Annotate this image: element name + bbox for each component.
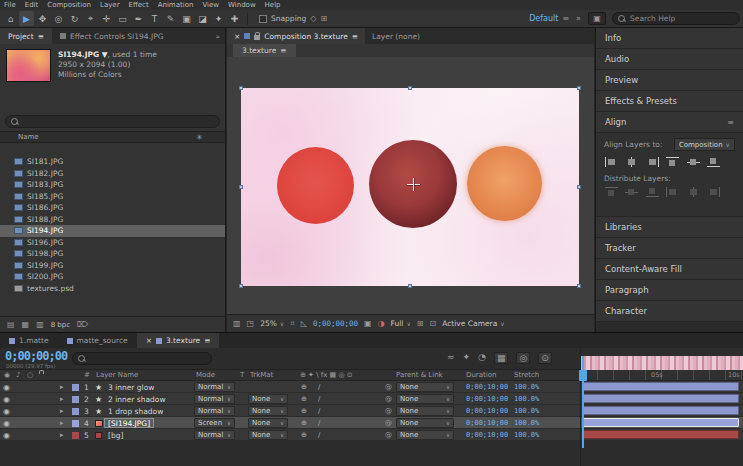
project-list-header[interactable]: Name ✳	[0, 131, 225, 143]
project-flowchart-icon[interactable]: ▤	[7, 320, 15, 329]
collapse-switch-icon[interactable]: ⊕	[301, 429, 307, 441]
time-ruler[interactable]: 05s 10s	[581, 370, 743, 381]
distribute-left-icon[interactable]	[665, 186, 680, 198]
brush-tool-icon[interactable]: ✎	[163, 11, 178, 26]
panel-tracker[interactable]: Tracker	[596, 238, 743, 259]
panel-overflow-icon[interactable]: »	[210, 28, 225, 44]
tab-1matte[interactable]: 1.matte	[0, 333, 58, 348]
menu-layer[interactable]: Layer	[100, 0, 120, 10]
zoom-tool-icon[interactable]: ◎	[51, 11, 66, 26]
panel-align[interactable]: Align≡	[596, 112, 743, 133]
layer-bar[interactable]	[582, 430, 739, 439]
orange-circle-layer[interactable]	[467, 146, 542, 221]
layer-row-2[interactable]: ◉ ▸ 2 ★ 2 inner shadow Normal∨ None∨ ⊕ /…	[0, 393, 580, 405]
track-matte-dropdown[interactable]: None∨	[248, 406, 288, 416]
layer-bar[interactable]	[582, 382, 739, 391]
track-matte-dropdown[interactable]: None∨	[248, 430, 288, 440]
file-row-selected[interactable]: SI194.JPG	[0, 225, 225, 237]
distribute-vertical-center-icon[interactable]	[624, 186, 639, 198]
align-top-icon[interactable]	[665, 156, 680, 168]
distribute-top-icon[interactable]	[604, 186, 619, 198]
parent-dropdown[interactable]: None∨	[396, 430, 454, 440]
expand-arrow-icon[interactable]: ▸	[60, 429, 64, 441]
mode-column-header[interactable]: Mode	[196, 371, 215, 379]
file-row[interactable]: SI198.JPG	[0, 248, 225, 260]
layer-stretch[interactable]: 100.0%	[514, 429, 539, 441]
type-tool-icon[interactable]: T	[147, 11, 162, 26]
file-row[interactable]: SI183.JPG	[0, 179, 225, 191]
pen-tool-icon[interactable]: ✒	[131, 11, 146, 26]
panel-effects-presets[interactable]: Effects & Presets	[596, 91, 743, 112]
current-time-indicator-handle[interactable]	[579, 370, 587, 381]
panel-libraries[interactable]: Libraries	[596, 217, 743, 238]
layer-name[interactable]: 3 inner glow	[108, 381, 154, 393]
parent-dropdown[interactable]: None∨	[396, 418, 454, 428]
selection-tool-icon[interactable]: ▶	[19, 11, 34, 26]
magnification-dropdown[interactable]: 25%∨	[260, 319, 284, 328]
file-row[interactable]: SI199.JPG	[0, 260, 225, 272]
layer-handle[interactable]	[577, 185, 581, 189]
menu-effect[interactable]: Effect	[129, 0, 149, 10]
track-row-selected[interactable]	[581, 417, 743, 429]
layer-row-3[interactable]: ◉ ▸ 3 ★ 1 drop shadow Normal∨ None∨ ⊕ / …	[0, 405, 580, 417]
region-of-interest-icon[interactable]: ⊞	[417, 319, 424, 328]
timeline-navigator-strip[interactable]	[581, 356, 743, 370]
visibility-toggle-icon[interactable]: ◉	[3, 405, 10, 417]
label-color-swatch[interactable]	[72, 432, 79, 439]
quality-switch-icon[interactable]: /	[318, 405, 320, 417]
new-folder-icon[interactable]: ▦	[22, 320, 30, 329]
trkmat-t-column-header[interactable]: T	[240, 371, 244, 379]
panel-menu-icon[interactable]: ≡	[204, 336, 210, 345]
distribute-bottom-icon[interactable]	[645, 186, 660, 198]
quality-switch-icon[interactable]: /	[318, 381, 320, 393]
layer-handle[interactable]	[239, 284, 243, 288]
file-row[interactable]: SI181.JPG	[0, 156, 225, 168]
file-row[interactable]: textures.psd	[0, 283, 225, 295]
grid-guides-icon[interactable]: ⌗	[290, 319, 295, 329]
close-icon[interactable]: ×	[234, 32, 240, 41]
snap-option-icon[interactable]: ◇	[310, 14, 316, 23]
parent-dropdown[interactable]: None∨	[396, 406, 454, 416]
pickwhip-icon[interactable]: @	[385, 405, 392, 417]
current-timecode[interactable]: 0;00;00;00	[5, 349, 67, 363]
expand-arrow-icon[interactable]: ▸	[60, 417, 64, 429]
tab-project[interactable]: Project ≡	[0, 28, 52, 44]
footage-name[interactable]: SI194.JPG ▼	[58, 50, 108, 59]
track-matte-dropdown[interactable]: None∨	[248, 418, 288, 428]
track-row[interactable]	[581, 393, 743, 405]
pickwhip-icon[interactable]: @	[385, 393, 392, 405]
comp-sub-tab[interactable]: 3.texture ≡	[233, 44, 296, 57]
menu-composition[interactable]: Composition	[47, 0, 91, 10]
menu-edit[interactable]: Edit	[25, 0, 39, 10]
expand-arrow-icon[interactable]: ▸	[60, 393, 64, 405]
resolution-dropdown[interactable]: Full∨	[391, 319, 411, 328]
layer-name[interactable]: 1 drop shadow	[108, 405, 163, 417]
transparency-grid-icon[interactable]: ⊡	[430, 319, 437, 328]
expand-arrow-icon[interactable]: ▸	[60, 381, 64, 393]
pan-behind-tool-icon[interactable]: ✛	[99, 11, 114, 26]
layer-bar[interactable]	[582, 406, 739, 415]
timeline-search-field[interactable]	[72, 352, 212, 365]
file-row[interactable]: SI188.JPG	[0, 214, 225, 226]
camera-view-dropdown[interactable]: Active Camera∨	[442, 319, 504, 328]
layer-handle[interactable]	[577, 284, 581, 288]
menu-help[interactable]: Help	[265, 0, 281, 10]
footage-thumbnail[interactable]	[6, 49, 51, 82]
snapping-checkbox[interactable]	[259, 15, 267, 23]
layer-name-column-header[interactable]: Layer Name	[96, 371, 138, 379]
draft-3d-icon[interactable]: ✦	[463, 352, 471, 364]
layer-row-5[interactable]: ◉ ▸ 5 [bg] Normal∨ None∨ ⊕ / @ None∨ 0;0…	[0, 429, 580, 441]
parent-dropdown[interactable]: None∨	[396, 382, 454, 392]
quality-switch-icon[interactable]: /	[318, 393, 320, 405]
trash-icon[interactable]: ⌦	[77, 320, 88, 329]
layer-handle[interactable]	[408, 86, 412, 90]
motion-blur-icon[interactable]: ◎	[516, 352, 530, 364]
layer-duration[interactable]: 0;00;10;00	[466, 429, 508, 441]
layer-stretch[interactable]: 100.0%	[514, 417, 539, 429]
name-column-header[interactable]: Name	[18, 133, 39, 141]
bit-depth-label[interactable]: 8 bpc	[51, 321, 70, 329]
hand-tool-icon[interactable]: ✥	[35, 11, 50, 26]
collapse-switch-icon[interactable]: ⊕	[301, 417, 307, 429]
quality-switch-icon[interactable]: /	[318, 429, 320, 441]
layer-duration[interactable]: 0;00;10;00	[466, 405, 508, 417]
